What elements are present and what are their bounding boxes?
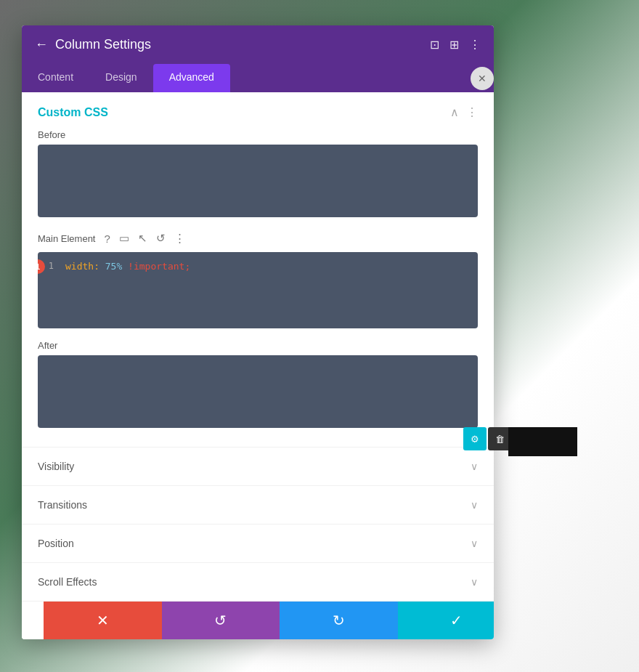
section-header: Custom CSS ∧ ⋮	[38, 105, 478, 119]
transitions-section[interactable]: Transitions ∨	[22, 486, 494, 525]
section-header-right: ∧ ⋮	[450, 105, 478, 119]
header-right: ⊡ ⊞ ⋮	[430, 38, 481, 52]
main-element-bar: Main Element ? ▭ ↖ ↺ ⋮	[38, 229, 478, 248]
after-label: After	[38, 340, 478, 351]
transitions-label: Transitions	[38, 499, 87, 511]
bottom-toolbar: ✕ ↺ ↻ ✓	[44, 602, 494, 639]
after-editor[interactable]	[38, 355, 478, 428]
panel-header: ← Column Settings ⊡ ⊞ ⋮	[22, 25, 494, 64]
code-content: width: 75% !important;	[60, 252, 478, 328]
column-settings-panel: ← Column Settings ⊡ ⊞ ⋮ Content Design A…	[22, 25, 494, 639]
before-label: Before	[38, 129, 478, 140]
position-label: Position	[38, 538, 74, 549]
before-editor[interactable]	[38, 145, 478, 217]
visibility-chevron: ∨	[471, 461, 478, 472]
columns-icon[interactable]: ⊞	[449, 38, 459, 52]
redo-button[interactable]: ↻	[280, 602, 398, 639]
section-more-icon[interactable]: ⋮	[466, 105, 478, 119]
tab-design[interactable]: Design	[89, 64, 153, 92]
back-button[interactable]: ←	[35, 37, 48, 52]
collapse-icon[interactable]: ∧	[450, 105, 459, 119]
close-button[interactable]: ✕	[471, 67, 494, 90]
header-left: ← Column Settings	[35, 37, 151, 52]
position-section[interactable]: Position ∨	[22, 525, 494, 563]
undo-button[interactable]: ↺	[162, 602, 280, 639]
tab-content[interactable]: Content	[22, 64, 89, 92]
cancel-button[interactable]: ✕	[44, 602, 162, 639]
screen-icon[interactable]: ⊡	[430, 38, 439, 52]
visibility-section[interactable]: Visibility ∨	[22, 448, 494, 486]
position-chevron: ∨	[471, 538, 478, 549]
cursor-icon[interactable]: ↖	[138, 232, 147, 245]
float-panel	[508, 427, 577, 456]
panel-title: Column Settings	[55, 37, 151, 52]
main-element-label: Main Element	[38, 233, 95, 244]
tabs-bar: Content Design Advanced	[22, 64, 494, 92]
panel-body: Custom CSS ∧ ⋮ Before Main Element ? ▭ ↖…	[22, 92, 494, 639]
transitions-chevron: ∨	[471, 499, 478, 511]
help-icon[interactable]: ?	[104, 232, 110, 245]
main-element-editor[interactable]: 1 1 width: 75% !important;	[38, 252, 478, 328]
visibility-label: Visibility	[38, 461, 74, 472]
mobile-icon[interactable]: ▭	[119, 232, 129, 245]
scroll-effects-section[interactable]: Scroll Effects ∨	[22, 563, 494, 602]
more-options-icon[interactable]: ⋮	[469, 38, 481, 52]
save-button[interactable]: ✓	[398, 602, 494, 639]
toolbar-more-icon[interactable]: ⋮	[174, 232, 185, 245]
float-btn-1[interactable]: ⚙	[463, 427, 487, 450]
scroll-effects-chevron: ∨	[471, 576, 478, 588]
reset-icon[interactable]: ↺	[156, 232, 166, 245]
tab-advanced[interactable]: Advanced	[153, 64, 230, 92]
section-title: Custom CSS	[38, 106, 108, 119]
custom-css-section: Custom CSS ∧ ⋮ Before Main Element ? ▭ ↖…	[22, 92, 494, 448]
scroll-effects-label: Scroll Effects	[38, 576, 97, 588]
